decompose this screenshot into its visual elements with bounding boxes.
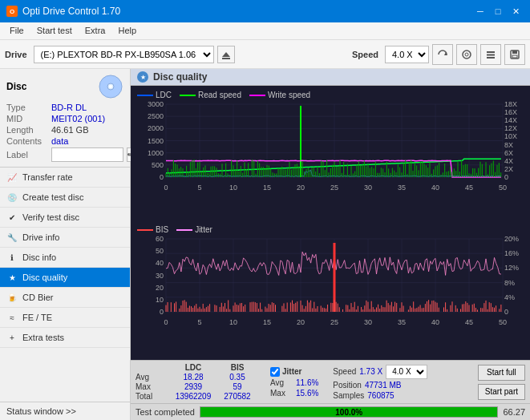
refresh-button[interactable] xyxy=(432,44,453,65)
stats-table: LDC BIS Avg 18.28 0.35 Max 2939 59 Total… xyxy=(136,363,257,401)
legend-ldc-color xyxy=(137,95,153,96)
jitter-header-row: Jitter xyxy=(270,367,318,377)
stats-max-row: Max 2939 59 xyxy=(136,382,257,391)
speed-stat-label: Speed xyxy=(333,367,356,376)
disc-mid-row: MID MEIT02 (001) xyxy=(6,114,123,123)
app-icon: O xyxy=(6,6,18,17)
save-button[interactable] xyxy=(504,44,525,65)
samples-row: Samples 760875 xyxy=(333,391,427,400)
disc-length-row: Length 46.61 GB xyxy=(6,125,123,135)
nav-create-test-disc-label: Create test disc xyxy=(22,192,83,202)
samples-label: Samples xyxy=(333,391,364,400)
legend-jitter: Jitter xyxy=(176,225,212,234)
close-button[interactable]: ✕ xyxy=(508,5,524,18)
eject-button[interactable] xyxy=(217,46,235,63)
status-window-button[interactable]: Status window >> xyxy=(0,402,130,420)
speed-section: 4.0 X xyxy=(385,44,525,65)
quality-title: Disc quality xyxy=(153,71,207,83)
nav-transfer-rate-label: Transfer rate xyxy=(22,172,73,182)
jitter-checkbox[interactable] xyxy=(270,367,280,377)
legend-write-color xyxy=(249,95,265,96)
nav-create-test-disc[interactable]: 💿 Create test disc xyxy=(0,188,130,208)
jitter-avg-label: Avg xyxy=(270,378,293,387)
nav-verify-test-disc[interactable]: ✔ Verify test disc xyxy=(0,208,130,228)
menu-extra[interactable]: Extra xyxy=(79,24,112,38)
app-title: Opti Drive Control 1.70 xyxy=(22,6,120,17)
menu-start-test[interactable]: Start test xyxy=(30,24,79,38)
start-part-button[interactable]: Start part xyxy=(478,384,525,400)
legend-ldc: LDC xyxy=(137,91,172,99)
nav-cd-bier-label: CD Bier xyxy=(22,293,54,302)
legend-jitter-label: Jitter xyxy=(195,225,212,234)
settings-button[interactable] xyxy=(480,44,501,65)
drive-info-icon: 🔧 xyxy=(6,232,18,243)
svg-rect-9 xyxy=(512,50,517,54)
main-layout: Disc Type BD-R DL MID MEIT02 (001) Lengt… xyxy=(0,69,530,420)
position-label: Position xyxy=(333,381,362,390)
max-ldc: 2939 xyxy=(169,382,217,391)
progress-percent: 100.0% xyxy=(200,407,497,417)
disc-section: Disc Type BD-R DL MID MEIT02 (001) Lengt… xyxy=(0,69,130,168)
stats-bis-header: BIS xyxy=(217,363,257,372)
eject-icon xyxy=(220,49,232,60)
title-bar: O Opti Drive Control 1.70 ─ □ ✕ xyxy=(0,0,530,22)
menu-help[interactable]: Help xyxy=(111,24,143,38)
jitter-max-val: 15.6% xyxy=(296,389,318,398)
nav-drive-info[interactable]: 🔧 Drive info xyxy=(0,228,130,248)
svg-point-4 xyxy=(465,53,468,56)
start-full-button[interactable]: Start full xyxy=(478,365,525,381)
legend-read-speed: Read speed xyxy=(180,91,241,99)
stats-header-row: LDC BIS xyxy=(136,363,257,372)
nav-disc-info[interactable]: ℹ Disc info xyxy=(0,248,130,268)
legend-bis: BIS xyxy=(137,225,168,234)
svg-rect-6 xyxy=(487,54,495,55)
speed-position-section: Speed 1.73 X 4.0 X Position 47731 MB Sam… xyxy=(333,365,427,400)
jitter-max-label: Max xyxy=(270,389,293,398)
avg-ldc: 18.28 xyxy=(169,373,217,382)
svg-point-13 xyxy=(109,85,112,88)
legend-bis-label: BIS xyxy=(156,225,168,234)
disc-header: Disc xyxy=(6,74,123,99)
drive-select-area: (E:) PLEXTOR BD-R PX-LB950SA 1.06 xyxy=(34,46,346,63)
nav-transfer-rate[interactable]: 📈 Transfer rate xyxy=(0,168,130,188)
legend-ldc-label: LDC xyxy=(156,91,172,99)
samples-value: 760875 xyxy=(367,391,394,400)
contents-value: data xyxy=(51,136,68,146)
nav-cd-bier[interactable]: 🍺 CD Bier xyxy=(0,288,130,308)
disc-type-row: Type BD-R DL xyxy=(6,103,123,112)
type-value: BD-R DL xyxy=(51,103,87,112)
type-label: Type xyxy=(6,103,48,112)
menu-file[interactable]: File xyxy=(3,24,30,38)
start-buttons: Start full Start part xyxy=(478,365,525,400)
toolbar: Drive (E:) PLEXTOR BD-R PX-LB950SA 1.06 … xyxy=(0,40,530,69)
speed-label: Speed xyxy=(352,50,378,59)
progress-bar-container: Test completed 100.0% 66.27 xyxy=(131,403,530,420)
save-icon xyxy=(509,49,520,60)
disc-button[interactable] xyxy=(456,44,477,65)
jitter-max-row: Max 15.6% xyxy=(270,389,318,398)
stats-avg-row: Avg 18.28 0.35 xyxy=(136,373,257,382)
contents-label: Contents xyxy=(6,136,48,146)
chart1-legend: LDC Read speed Write speed xyxy=(134,89,527,101)
speed-dropdown[interactable]: 4.0 X xyxy=(385,46,429,63)
disc-quality-icon: ★ xyxy=(6,272,18,283)
jitter-section: Jitter Avg 11.6% Max 15.6% xyxy=(270,367,318,398)
legend-read-label: Read speed xyxy=(198,91,241,99)
nav-extra-tests[interactable]: + Extra tests xyxy=(0,328,130,348)
label-input[interactable] xyxy=(51,147,123,162)
sidebar: Disc Type BD-R DL MID MEIT02 (001) Lengt… xyxy=(0,69,131,420)
nav-verify-test-disc-label: Verify test disc xyxy=(22,212,79,222)
minimize-button[interactable]: ─ xyxy=(472,5,488,18)
settings-icon xyxy=(485,49,496,60)
chart1-canvas xyxy=(134,101,527,193)
drive-dropdown[interactable]: (E:) PLEXTOR BD-R PX-LB950SA 1.06 xyxy=(34,46,214,63)
quality-header: ★ Disc quality xyxy=(131,69,530,86)
nav-fe-te[interactable]: ≈ FE / TE xyxy=(0,308,130,328)
speed-stat-dropdown[interactable]: 4.0 X xyxy=(386,365,427,379)
drive-label: Drive xyxy=(5,50,27,59)
nav-disc-quality[interactable]: ★ Disc quality xyxy=(0,268,130,288)
maximize-button[interactable]: □ xyxy=(490,5,506,18)
total-bis: 270582 xyxy=(217,392,257,401)
nav-section: 📈 Transfer rate 💿 Create test disc ✔ Ver… xyxy=(0,168,130,402)
status-window-label: Status window >> xyxy=(6,406,76,416)
